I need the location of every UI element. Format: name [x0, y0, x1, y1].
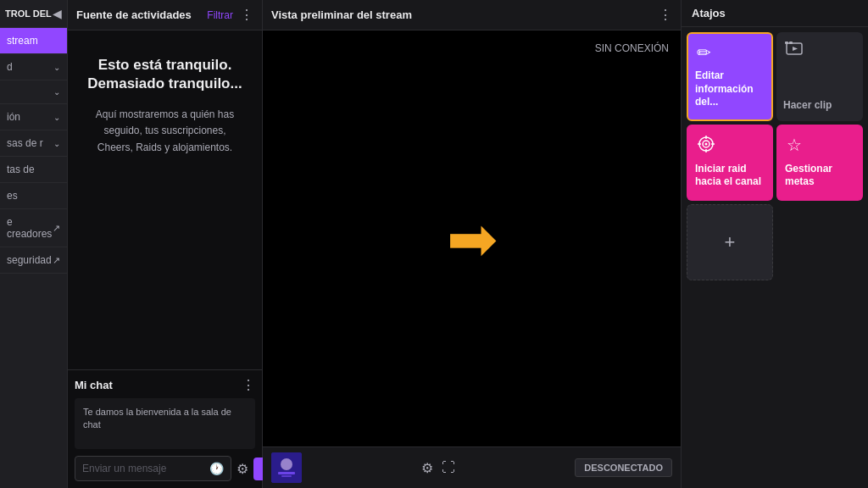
sidebar-item-label: stream	[7, 35, 38, 47]
chat-title: Mi chat	[75, 379, 113, 391]
activity-feed-panel: Fuente de actividades Filtrar ⋮ Esto est…	[68, 0, 263, 488]
no-connection-label: SIN CONEXIÓN	[595, 42, 669, 54]
shortcut-raid-label: Iniciar raid hacia el canal	[695, 163, 765, 189]
game-thumbnail	[271, 452, 302, 483]
sidebar-item-label: e creadores	[7, 216, 53, 240]
clip-icon	[785, 41, 804, 60]
sidebar-header: TROL DEL ◀	[0, 0, 67, 28]
shortcut-hacer-clip-button[interactable]: Hacer clip	[776, 32, 863, 121]
stream-video-area: SIN CONEXIÓN ➡	[263, 30, 681, 446]
shortcut-gestionar-metas-button[interactable]: ☆ Gestionar metas	[776, 125, 863, 201]
svg-rect-8	[789, 42, 793, 44]
shortcut-metas-label: Gestionar metas	[785, 163, 854, 189]
chat-welcome-text: Te damos la bienvenida a la sala de chat	[83, 407, 231, 430]
chat-menu-icon[interactable]: ⋮	[242, 377, 255, 393]
stream-preview-header: Vista preliminar del stream ⋮	[263, 0, 681, 30]
chat-input-row: 🕐 ⚙ Enviar	[75, 456, 255, 481]
chat-settings-icon[interactable]: ⚙	[236, 461, 248, 477]
svg-point-11	[705, 142, 708, 145]
stream-bottom-bar: ⚙ ⛶ DESCONECTADO	[263, 446, 681, 488]
sidebar-item-label: d	[7, 61, 13, 73]
sidebar-title: TROL DEL	[5, 8, 52, 19]
sidebar-item-label: sas de r	[7, 137, 43, 149]
sidebar-item-label: ión	[7, 111, 20, 123]
svg-point-2	[281, 458, 292, 470]
shortcut-iniciar-raid-button[interactable]: Iniciar raid hacia el canal	[687, 125, 773, 201]
sidebar-item-sas[interactable]: sas de r ⌄	[0, 130, 67, 157]
sidebar-item-creadores[interactable]: e creadores ↗	[0, 209, 67, 247]
hacer-clip-label: Hacer clip	[783, 99, 832, 111]
chevron-down-icon: ⌄	[53, 87, 60, 97]
stream-disconnected-badge: DESCONECTADO	[575, 458, 672, 477]
star-icon: ☆	[787, 135, 802, 155]
shortcuts-grid: ✏ Editar información del... Hacer clip	[682, 27, 868, 286]
sidebar-item-label: seguridad	[7, 254, 52, 266]
external-link-icon: ↗	[53, 255, 60, 266]
activity-feed-menu-icon[interactable]: ⋮	[240, 7, 253, 23]
activity-feed-desc: Aquí mostraremos a quién has seguido, tu…	[85, 107, 245, 156]
sidebar-item-es[interactable]: es	[0, 183, 67, 209]
raid-icon	[697, 135, 715, 158]
sidebar-collapse-icon[interactable]: ◀	[53, 7, 62, 20]
chevron-down-icon: ⌄	[53, 139, 60, 148]
svg-marker-6	[793, 47, 798, 51]
sidebar-item-seguridad[interactable]: seguridad ↗	[0, 247, 67, 274]
sidebar-item-tas[interactable]: tas de	[0, 157, 67, 183]
stream-arrow-icon: ➡	[447, 203, 498, 274]
activity-calm-title: Esto está tranquilo. Demasiado tranquilo…	[85, 56, 245, 93]
stream-preview-panel: Vista preliminar del stream ⋮ SIN CONEXI…	[263, 0, 682, 488]
stream-preview-menu-icon[interactable]: ⋮	[659, 7, 672, 23]
shortcuts-header: Atajos	[682, 0, 868, 27]
external-link-icon: ↗	[53, 223, 60, 234]
svg-rect-7	[785, 42, 788, 44]
stream-fullscreen-icon[interactable]: ⛶	[442, 460, 455, 475]
activity-feed-header: Fuente de actividades Filtrar ⋮	[68, 0, 262, 30]
chevron-down-icon: ⌄	[53, 63, 60, 72]
svg-rect-3	[278, 472, 295, 474]
chat-input[interactable]	[82, 463, 209, 474]
sidebar-item-ion[interactable]: ión ⌄	[0, 104, 67, 130]
main-content: Fuente de actividades Filtrar ⋮ Esto est…	[68, 0, 868, 488]
filter-button[interactable]: Filtrar	[207, 9, 233, 21]
chat-input-container[interactable]: 🕐	[75, 456, 231, 481]
stream-preview-title: Vista preliminar del stream	[271, 8, 412, 21]
stream-settings-icon[interactable]: ⚙	[421, 460, 433, 476]
shortcuts-panel: Atajos ✏ Editar información del... Hacer…	[682, 0, 868, 488]
sidebar-item-label: tas de	[7, 164, 35, 175]
sidebar: TROL DEL ◀ stream d ⌄ ⌄ ión ⌄ sas de r ⌄…	[0, 0, 68, 488]
add-icon: +	[725, 231, 736, 253]
shortcut-add-button[interactable]: +	[687, 204, 773, 280]
sidebar-item-label: es	[7, 190, 18, 202]
svg-rect-4	[281, 475, 292, 477]
chat-header: Mi chat ⋮	[75, 377, 255, 393]
sidebar-item-stream[interactable]: stream	[0, 28, 67, 54]
shortcut-edit-info-label: Editar información del...	[695, 69, 765, 109]
emoji-icon[interactable]: 🕐	[209, 462, 224, 475]
stream-bottom-left	[271, 452, 302, 483]
pencil-icon: ✏	[697, 42, 711, 63]
chevron-down-icon: ⌄	[53, 113, 60, 122]
sidebar-item-3[interactable]: ⌄	[0, 80, 67, 104]
chat-message-area: Te damos la bienvenida a la sala de chat	[75, 398, 255, 449]
shortcut-edit-info-button[interactable]: ✏ Editar información del...	[687, 32, 773, 121]
stream-bottom-icons: ⚙ ⛶	[421, 460, 455, 476]
activity-feed-title: Fuente de actividades	[76, 8, 192, 21]
chat-section: Mi chat ⋮ Te damos la bienvenida a la sa…	[68, 369, 262, 488]
activity-feed-body: Esto está tranquilo. Demasiado tranquilo…	[68, 30, 262, 369]
sidebar-item-d[interactable]: d ⌄	[0, 54, 67, 80]
